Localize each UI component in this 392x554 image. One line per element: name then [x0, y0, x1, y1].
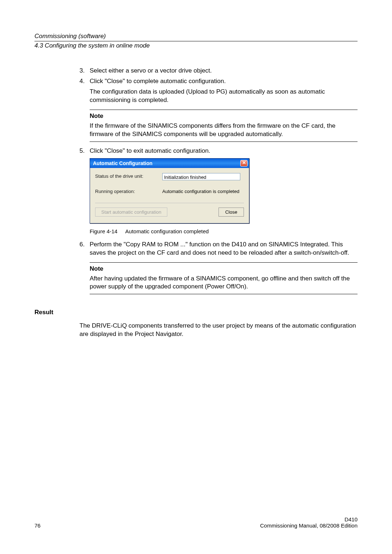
- note-1-title: Note: [90, 112, 358, 120]
- step-6-text: Perform the "Copy RAM to ROM ..." functi…: [90, 241, 349, 256]
- step-5-num: 5.: [79, 147, 85, 155]
- status-label: Status of the drive unit:: [95, 173, 162, 180]
- main-content: 3. Select either a servo or a vector dri…: [79, 67, 358, 294]
- step-5-text: Click "Close" to exit automatic configur…: [90, 147, 210, 154]
- dialog-screenshot: Automatic Configuration ✕ Status of the …: [90, 158, 358, 224]
- step-6-num: 6.: [79, 241, 85, 249]
- step-3-num: 3.: [79, 67, 85, 75]
- step-5: 5. Click "Close" to exit automatic confi…: [79, 147, 358, 155]
- note-2-title: Note: [90, 265, 358, 273]
- step-4-text: Click "Close" to complete automatic conf…: [90, 78, 226, 85]
- footer-doc-edition: Commissioning Manual, 08/2008 Edition: [260, 522, 358, 529]
- note-1: Note If the firmware of the SINAMICS com…: [90, 110, 358, 142]
- step-3-text: Select either a servo or a vector drive …: [90, 67, 212, 74]
- status-value: Initialization finished: [162, 173, 240, 180]
- running-op-label: Running operation:: [95, 188, 162, 195]
- header-subtitle: 4.3 Configuring the system in online mod…: [34, 41, 358, 49]
- header-title: Commissioning (software): [34, 33, 358, 40]
- close-button[interactable]: Close: [219, 208, 244, 217]
- figure-caption: Figure 4-14 Automatic configuration comp…: [90, 228, 358, 235]
- result-text: The DRIVE-CLiQ components transferred to…: [79, 322, 358, 338]
- running-op-value: Automatic configuration is completed: [162, 188, 240, 195]
- figure-text: Automatic configuration completed: [125, 228, 209, 234]
- dialog-titlebar[interactable]: Automatic Configuration ✕: [90, 159, 249, 168]
- page-number: 76: [34, 522, 41, 529]
- start-auto-config-button: Start automatic configuration: [95, 208, 167, 217]
- footer-doc-id: D410: [260, 516, 358, 522]
- step-6: 6. Perform the "Copy RAM to ROM ..." fun…: [79, 241, 358, 257]
- step-4: 4. Click "Close" to complete automatic c…: [79, 77, 358, 86]
- result-heading: Result: [34, 309, 358, 316]
- figure-number: Figure 4-14: [90, 228, 118, 235]
- note-2-text: After having updated the firmware of a S…: [90, 275, 358, 291]
- automatic-configuration-dialog: Automatic Configuration ✕ Status of the …: [90, 158, 249, 224]
- page-footer: 76 D410 Commissioning Manual, 08/2008 Ed…: [34, 516, 358, 529]
- note-2: Note After having updated the firmware o…: [90, 262, 358, 295]
- close-icon[interactable]: ✕: [240, 160, 248, 167]
- note-1-text: If the firmware of the SINAMICS componen…: [90, 122, 358, 139]
- step-3: 3. Select either a servo or a vector dri…: [79, 67, 358, 75]
- dialog-title: Automatic Configuration: [93, 160, 152, 167]
- step-4-num: 4.: [79, 77, 85, 86]
- step-4-sub: The configuration data is uploaded (Uplo…: [90, 88, 358, 104]
